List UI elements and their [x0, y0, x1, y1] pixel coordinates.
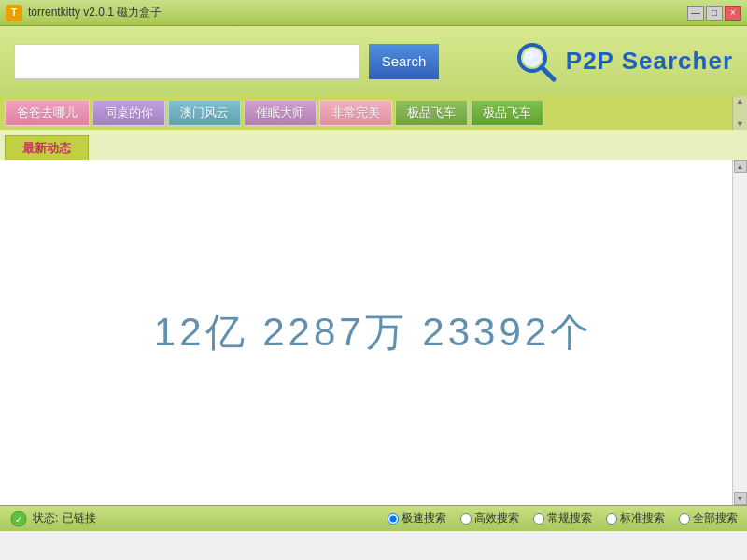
radio-input-4[interactable] — [679, 513, 690, 525]
radio-label-1: 高效搜索 — [474, 511, 519, 526]
radio-input-0[interactable] — [388, 513, 399, 525]
main-scroll-down[interactable]: ▼ — [734, 492, 747, 505]
main-content: 12亿 2287万 23392个 ▲ ▼ — [0, 160, 747, 505]
title-left: T torrentkitty v2.0.1 磁力盒子 — [6, 5, 162, 21]
tag-item-1[interactable]: 同桌的你 — [92, 100, 165, 126]
tag-item-4[interactable]: 非常完美 — [319, 100, 392, 126]
search-logo-icon — [514, 39, 558, 84]
tab-item-0[interactable]: 最新动态 — [5, 135, 89, 160]
tags-scroll-down[interactable]: ▼ — [736, 120, 744, 129]
minimize-button[interactable]: — — [687, 6, 704, 21]
stats-text: 12亿 2287万 23392个 — [154, 306, 593, 358]
radio-option-4[interactable]: 全部搜索 — [679, 511, 738, 526]
radio-input-2[interactable] — [533, 513, 544, 525]
svg-text:✓: ✓ — [15, 514, 22, 525]
status-bar: ✓ 状态: 已链接 极速搜索高效搜索常规搜索标准搜索全部搜索 — [0, 505, 747, 531]
status-label: 状态: — [33, 511, 58, 526]
tag-item-2[interactable]: 澳门风云 — [168, 100, 241, 126]
window-controls: — □ × — [687, 6, 741, 21]
radio-option-3[interactable]: 标准搜索 — [606, 511, 665, 526]
tags-bar: 爸爸去哪儿同桌的你澳门风云催眠大师非常完美极品飞车极品飞车 ▲ ▼ — [0, 96, 747, 130]
close-button[interactable]: × — [725, 6, 741, 21]
title-text: torrentkitty v2.0.1 磁力盒子 — [28, 5, 162, 21]
main-scroll-up[interactable]: ▲ — [734, 160, 747, 173]
tags-scroll-up[interactable]: ▲ — [736, 97, 744, 105]
main-scrollbar: ▲ ▼ — [732, 160, 747, 505]
tag-item-5[interactable]: 极品飞车 — [395, 100, 468, 126]
tag-item-0[interactable]: 爸爸去哪儿 — [5, 100, 90, 126]
radio-option-2[interactable]: 常规搜索 — [533, 511, 592, 526]
app-icon: T — [6, 5, 22, 21]
radio-label-0: 极速搜索 — [402, 511, 446, 526]
search-button[interactable]: Search — [369, 44, 439, 79]
title-bar: T torrentkitty v2.0.1 磁力盒子 — □ × — [0, 0, 747, 26]
search-input[interactable] — [14, 44, 359, 79]
status-value: 已链接 — [63, 511, 96, 526]
search-area: Search P2P Searcher — [0, 26, 747, 96]
radio-input-1[interactable] — [460, 513, 472, 525]
p2p-logo: P2P Searcher — [514, 39, 733, 84]
radio-option-0[interactable]: 极速搜索 — [388, 511, 446, 526]
radio-label-4: 全部搜索 — [693, 511, 738, 526]
tags-scrollbar[interactable]: ▲ ▼ — [732, 96, 747, 130]
tag-item-6[interactable]: 极品飞车 — [471, 100, 543, 126]
p2p-logo-text: P2P Searcher — [566, 47, 733, 76]
radio-option-1[interactable]: 高效搜索 — [460, 511, 519, 526]
radio-input-3[interactable] — [606, 513, 617, 525]
svg-point-1 — [523, 49, 542, 67]
radio-label-3: 标准搜索 — [620, 511, 665, 526]
radio-label-2: 常规搜索 — [547, 511, 592, 526]
radio-group: 极速搜索高效搜索常规搜索标准搜索全部搜索 — [388, 511, 738, 526]
tab-bar: 最新动态 — [0, 130, 747, 160]
svg-line-3 — [542, 67, 554, 79]
maximize-button[interactable]: □ — [706, 6, 723, 21]
status-icon: ✓ — [9, 510, 28, 528]
tag-item-3[interactable]: 催眠大师 — [244, 100, 317, 126]
